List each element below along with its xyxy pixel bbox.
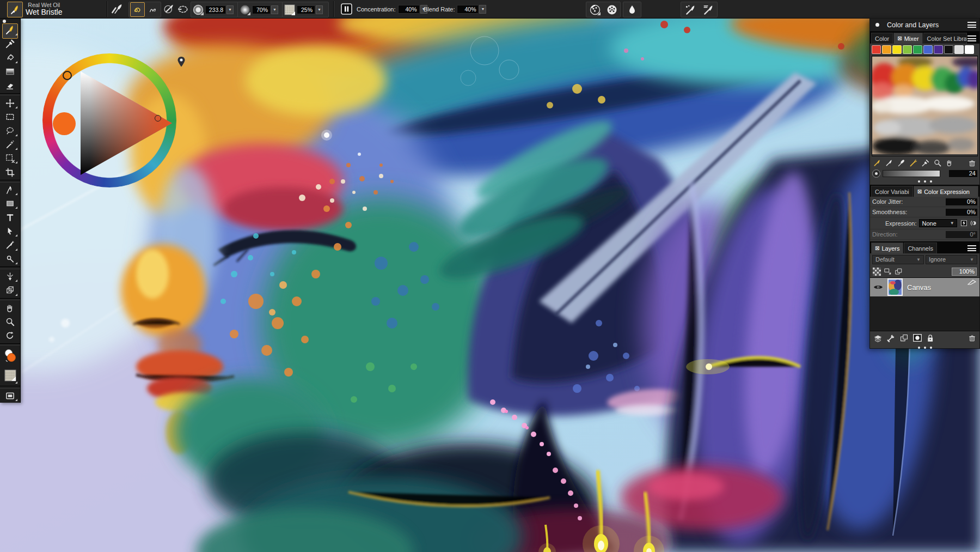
- paper-grain-icon[interactable]: [284, 4, 296, 16]
- swatch[interactable]: [965, 45, 974, 54]
- tab-mixer[interactable]: ⊠Mixer: [893, 33, 922, 44]
- size-field[interactable]: 233.8: [205, 5, 226, 14]
- tool-shape-selection[interactable]: [0, 225, 20, 238]
- panel-resize-dots[interactable]: [870, 178, 979, 185]
- brushstroke-preview-button[interactable]: [111, 2, 124, 16]
- brush-lines-icon[interactable]: [702, 4, 714, 16]
- swatch[interactable]: [913, 45, 922, 54]
- swatch[interactable]: [892, 45, 902, 54]
- tool-dropper[interactable]: [0, 37, 20, 51]
- swatch[interactable]: [954, 45, 964, 54]
- mixer-slider-value[interactable]: 24: [949, 170, 977, 178]
- pickup-underlying-icon[interactable]: [884, 268, 892, 276]
- composite-method-dropdown[interactable]: Default ▼: [872, 255, 924, 264]
- layers-menu-icon[interactable]: [967, 245, 976, 251]
- opacity-field[interactable]: 70%: [252, 5, 271, 14]
- tool-shape-edit[interactable]: [0, 238, 20, 252]
- color-jitter-field[interactable]: 0%: [946, 198, 977, 205]
- screen-mode-toggle[interactable]: [0, 389, 20, 403]
- brush-dots-icon[interactable]: [684, 4, 696, 16]
- size-spinner[interactable]: ▼: [226, 5, 234, 14]
- tab-color-variability[interactable]: Color Variabi: [871, 186, 913, 197]
- current-brush-preview[interactable]: [7, 2, 23, 17]
- panel-header[interactable]: Color and Layers: [870, 19, 979, 32]
- color-set-icon[interactable]: [606, 4, 618, 16]
- mixer-slider-knob[interactable]: [872, 169, 880, 178]
- smoothness-field[interactable]: 0%: [946, 209, 977, 216]
- tool-text[interactable]: [0, 210, 20, 224]
- panel-resize-dots[interactable]: [870, 344, 979, 351]
- tab-color[interactable]: Color: [871, 33, 893, 44]
- tool-selection-adjuster[interactable]: [0, 151, 20, 165]
- brush-selector[interactable]: Real Wet Oil Wet Bristle: [26, 1, 62, 17]
- composite-depth-dropdown[interactable]: Ignore ▼: [926, 255, 977, 264]
- color-tab-menu-icon[interactable]: [967, 35, 976, 41]
- swatch[interactable]: [882, 45, 891, 54]
- tab-channels[interactable]: Channels: [904, 242, 936, 253]
- layer-visibility-cell[interactable]: [870, 284, 886, 290]
- tool-grabber-hand[interactable]: [0, 301, 20, 314]
- tool-perspective-grid[interactable]: [0, 283, 20, 297]
- duplicate-layer-icon[interactable]: [895, 268, 903, 276]
- stroke-attributes-button[interactable]: [341, 2, 352, 16]
- swatch[interactable]: [944, 45, 953, 54]
- swatch[interactable]: [923, 45, 933, 54]
- swatch[interactable]: [903, 45, 912, 54]
- new-layer-icon[interactable]: [899, 333, 909, 343]
- tool-brush[interactable]: [0, 23, 20, 37]
- panel-menu-icon[interactable]: [967, 22, 976, 28]
- mixer-pad[interactable]: [872, 56, 978, 156]
- tool-magic-wand[interactable]: [0, 138, 20, 151]
- color-selector[interactable]: [0, 346, 20, 366]
- zoom-mixer-icon[interactable]: [933, 159, 942, 167]
- grain-field[interactable]: 25%: [297, 5, 315, 14]
- tool-crop[interactable]: [0, 165, 20, 179]
- triangle-knob[interactable]: [155, 115, 161, 122]
- toolbox-drag-dot[interactable]: [3, 20, 6, 23]
- hue-knob[interactable]: [63, 71, 72, 80]
- layer-opacity-field[interactable]: 100%: [952, 268, 977, 276]
- pin-icon[interactable]: [177, 56, 186, 68]
- tool-gradient[interactable]: [0, 65, 20, 78]
- tab-color-expression[interactable]: ⊠Color Expression: [914, 186, 978, 197]
- brush-size-icon[interactable]: [192, 4, 204, 16]
- direction-rotation-icon[interactable]: [970, 219, 977, 228]
- lock-icon[interactable]: [926, 333, 934, 343]
- tool-magnifier[interactable]: [0, 315, 20, 329]
- droplet-icon[interactable]: [627, 4, 638, 15]
- trash-icon[interactable]: [968, 159, 976, 167]
- layer-mask-icon[interactable]: [912, 333, 922, 343]
- swatch[interactable]: [934, 45, 943, 54]
- loopy-stroke-button[interactable]: [130, 2, 145, 17]
- dab-preview-button[interactable]: [163, 2, 175, 16]
- delete-layer-icon[interactable]: [968, 334, 976, 342]
- grain-spinner[interactable]: ▼: [316, 5, 323, 14]
- layer-thumbnail[interactable]: [887, 278, 903, 296]
- tab-color-set-libraries[interactable]: Color Set Librari: [923, 33, 967, 44]
- opacity-spinner[interactable]: ▼: [271, 5, 278, 14]
- paper-selector[interactable]: [0, 366, 20, 385]
- tool-remove-point[interactable]: [0, 252, 20, 266]
- invert-expression-icon[interactable]: [960, 219, 968, 228]
- preserve-transparency-icon[interactable]: [873, 268, 881, 276]
- opacity-icon[interactable]: [239, 4, 251, 16]
- tool-eraser[interactable]: [0, 78, 20, 92]
- dynamic-plugins-icon[interactable]: [886, 333, 896, 343]
- tool-rotate-page[interactable]: [0, 329, 20, 342]
- mixer-pad-icon[interactable]: [589, 4, 601, 16]
- palette-knife-icon[interactable]: [897, 159, 906, 167]
- stroke-preview-button[interactable]: [177, 2, 189, 16]
- tool-pen[interactable]: [0, 183, 20, 197]
- tab-layers[interactable]: ⊠Layers: [871, 242, 903, 253]
- blend-rate-field[interactable]: 40%: [457, 5, 479, 14]
- tool-rectangular-shape[interactable]: [0, 197, 20, 210]
- tool-mirror-painting[interactable]: [0, 270, 20, 283]
- blend-rate-spinner[interactable]: ▼: [479, 5, 486, 14]
- tool-layer-adjuster[interactable]: [0, 96, 20, 110]
- swatch[interactable]: [872, 45, 881, 54]
- layer-row-canvas[interactable]: Canvas: [870, 278, 979, 296]
- layer-commands-icon[interactable]: [873, 333, 883, 343]
- tool-paint-bucket[interactable]: [0, 51, 20, 64]
- tool-lasso[interactable]: [0, 124, 20, 137]
- sample-color-icon[interactable]: [921, 159, 930, 167]
